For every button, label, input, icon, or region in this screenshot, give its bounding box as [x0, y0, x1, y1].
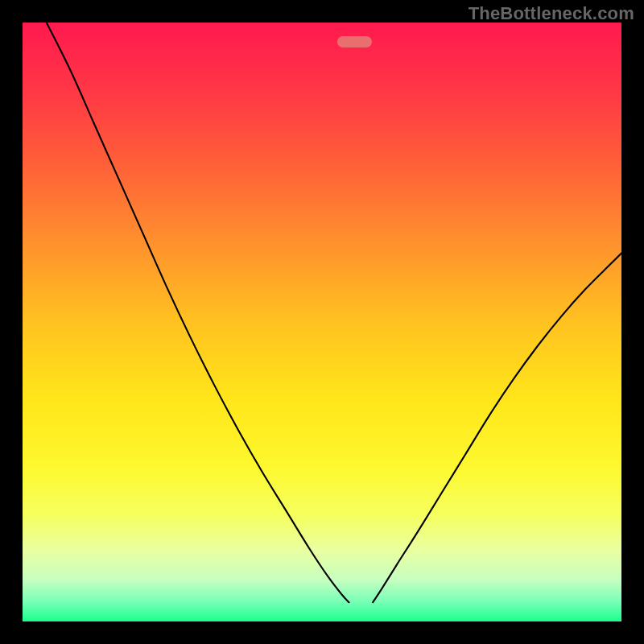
- heat-background: [23, 23, 621, 621]
- attribution-text: TheBottleneck.com: [469, 3, 634, 24]
- gradient-plot: [23, 23, 621, 621]
- optimal-marker: [337, 36, 372, 47]
- chart-frame: TheBottleneck.com: [0, 0, 644, 644]
- plot-area: [23, 23, 621, 621]
